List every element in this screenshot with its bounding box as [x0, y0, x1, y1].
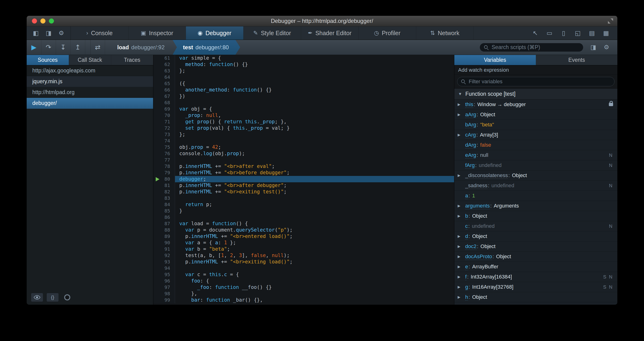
tab-events[interactable]: Events	[536, 55, 617, 65]
variable-row[interactable]: bArg:"beta"	[454, 120, 617, 130]
line-number[interactable]: 78	[153, 163, 175, 170]
scope-header[interactable]: ▼ Function scope [test]	[454, 89, 617, 100]
line-number[interactable]: 75	[153, 144, 175, 150]
variable-row[interactable]: ▶h:Object	[454, 292, 617, 302]
line-number[interactable]: 96	[153, 278, 175, 284]
tab-variables[interactable]: Variables	[454, 55, 536, 65]
variable-row[interactable]: ▶this:Window → debugger	[454, 100, 617, 110]
line-number[interactable]: 74	[153, 138, 175, 144]
zoom-window-button[interactable]	[49, 18, 54, 24]
expand-arrow-icon[interactable]: ▶	[458, 254, 465, 259]
line-number[interactable]: 67	[153, 93, 175, 100]
tab-sources[interactable]: Sources	[27, 55, 69, 65]
line-number[interactable]: 72	[153, 125, 175, 131]
resume-button[interactable]: ▶	[27, 40, 41, 55]
filter-variables-input[interactable]: Filter variables	[457, 77, 614, 86]
line-number[interactable]: 80	[153, 176, 175, 182]
line-number[interactable]: 66	[153, 87, 175, 93]
tab-call-stack[interactable]: Call Stack	[69, 55, 111, 65]
blackbox-button[interactable]	[62, 293, 72, 302]
toggle-visibility-button[interactable]	[31, 293, 43, 302]
line-number[interactable]: 84	[153, 202, 175, 208]
expand-arrow-icon[interactable]: ▶	[458, 264, 465, 269]
variable-row[interactable]: ▶docAsProto:Object	[454, 252, 617, 262]
tab-inspector[interactable]: ▣Inspector	[128, 26, 186, 40]
add-watch-expression[interactable]: Add watch expression	[454, 65, 617, 75]
line-number[interactable]: 65	[153, 80, 175, 87]
variable-row[interactable]: ▶f:Int32Array[16384]S N	[454, 272, 617, 282]
variable-row[interactable]: dArg:false	[454, 140, 617, 150]
line-number[interactable]: 62	[153, 61, 175, 68]
expand-arrow-icon[interactable]: ▶	[458, 214, 465, 218]
line-number[interactable]: 64	[153, 74, 175, 80]
responsive-mode-icon[interactable]: ▯	[558, 28, 570, 38]
expand-arrow-icon[interactable]: ▶	[458, 295, 465, 299]
titlebar[interactable]: Debugger – http://htmlpad.org/debugger/	[27, 16, 617, 26]
expand-arrow-icon[interactable]: ▶	[458, 244, 465, 248]
line-number[interactable]: 92	[153, 252, 175, 259]
variable-row[interactable]: ▶arguments:Arguments	[454, 201, 617, 211]
line-number[interactable]: 95	[153, 272, 175, 278]
close-window-button[interactable]	[32, 18, 37, 24]
expand-arrow-icon[interactable]: ▶	[458, 204, 465, 208]
line-number[interactable]: 79	[153, 170, 175, 176]
line-number[interactable]: 88	[153, 227, 175, 233]
variable-row[interactable]: _sadness:undefinedN	[454, 181, 617, 191]
line-number[interactable]: 76	[153, 150, 175, 157]
script-search-input[interactable]: Search scripts (⌘P)	[480, 43, 583, 52]
line-number[interactable]: 97	[153, 284, 175, 290]
line-number[interactable]: 90	[153, 240, 175, 246]
expand-arrow-icon[interactable]: ▶	[458, 102, 465, 106]
line-number[interactable]: 93	[153, 259, 175, 265]
line-number[interactable]: 82	[153, 189, 175, 195]
variable-row[interactable]: ▶b:Object	[454, 211, 617, 221]
line-number[interactable]: 83	[153, 195, 175, 202]
source-item[interactable]: http://ajax.googleapis.com	[27, 65, 153, 76]
paint-flashing-icon[interactable]: ◱	[572, 28, 584, 38]
variable-row[interactable]: a:1	[454, 191, 617, 201]
line-number[interactable]: 63	[153, 68, 175, 74]
variable-row[interactable]: ▶_disconsolateness:Object	[454, 170, 617, 181]
pick-element-icon[interactable]: ↖	[529, 28, 542, 38]
pretty-print-button[interactable]: {}	[46, 293, 59, 302]
variable-row[interactable]: ▶cArg:Array[3]	[454, 130, 617, 140]
tab-debugger[interactable]: ◉Debugger	[186, 26, 244, 40]
split-console-icon[interactable]: ▭	[543, 28, 556, 38]
expand-arrow-icon[interactable]: ▶	[458, 275, 465, 279]
source-item[interactable]: debugger/	[27, 98, 153, 109]
line-number[interactable]: 99	[153, 297, 175, 303]
code-editor[interactable]: 61var simple = {62 method: function() {}…	[153, 55, 454, 305]
tab-traces[interactable]: Traces	[111, 55, 153, 65]
breadcrumb-test[interactable]: testdebugger/:80	[173, 40, 240, 55]
tab-profiler[interactable]: ◷Profiler	[358, 26, 416, 40]
variable-row[interactable]: fArg:undefinedN	[454, 160, 617, 170]
expand-arrow-icon[interactable]: ▶	[458, 285, 465, 289]
line-number[interactable]: 69	[153, 106, 175, 112]
toggle-panel-icon[interactable]: ◨	[587, 43, 600, 52]
line-number[interactable]: 91	[153, 246, 175, 252]
source-item[interactable]: http://htmlpad.org	[27, 87, 153, 98]
line-number[interactable]: 94	[153, 265, 175, 272]
line-number[interactable]: 98	[153, 290, 175, 297]
expand-arrow-icon[interactable]: ▶	[458, 112, 465, 117]
step-out-button[interactable]: ↥	[70, 40, 85, 55]
debugger-settings-gear-icon[interactable]: ⚙	[600, 43, 613, 52]
scratchpad-icon[interactable]: ▤	[586, 28, 598, 38]
tab-console[interactable]: ›Console	[71, 26, 128, 40]
variable-row[interactable]: c:undefinedN	[454, 221, 617, 231]
line-number[interactable]: 81	[153, 182, 175, 189]
tab-style-editor[interactable]: ✎Style Editor	[244, 26, 301, 40]
line-number[interactable]: 71	[153, 118, 175, 125]
variable-row[interactable]: ▶d:Object	[454, 231, 617, 242]
line-number[interactable]: 70	[153, 112, 175, 118]
expand-arrow-icon[interactable]: ▶	[458, 173, 465, 178]
variable-row[interactable]: ▶aArg:Object	[454, 110, 617, 120]
step-over-button[interactable]: ↷	[41, 40, 56, 55]
variable-row[interactable]: ▶g:Int16Array[32768]S N	[454, 282, 617, 292]
source-item[interactable]: jquery.min.js	[27, 76, 153, 87]
toggle-pause-exceptions-button[interactable]: ⇄	[90, 40, 105, 55]
settings-gear-icon[interactable]: ⚙	[56, 29, 67, 37]
line-number[interactable]: 68	[153, 100, 175, 106]
tab-network[interactable]: ⇅Network	[416, 26, 474, 40]
variable-row[interactable]: ▶doc2:Object	[454, 242, 617, 252]
